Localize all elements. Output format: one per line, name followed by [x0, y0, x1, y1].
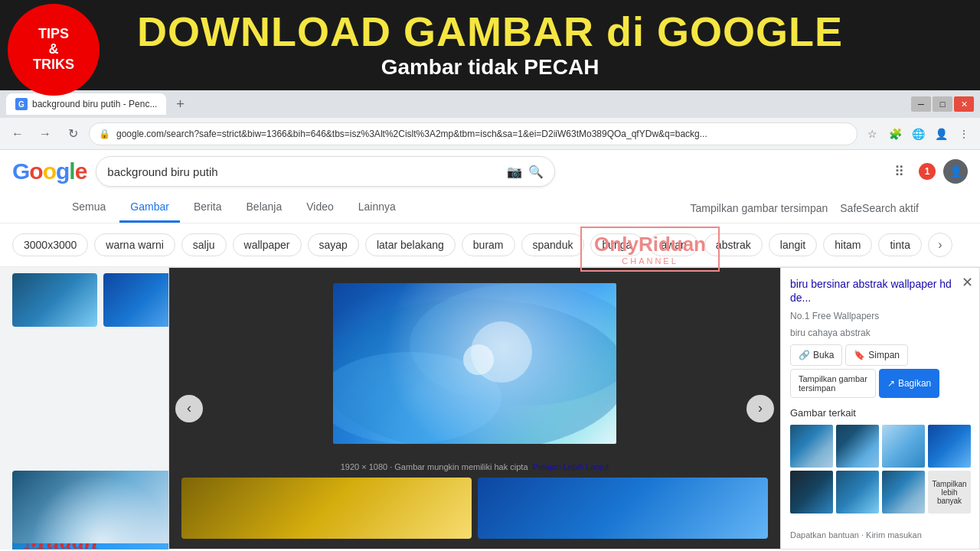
svg-point-1	[410, 283, 616, 406]
address-text: google.com/search?safe=strict&biw=1366&b…	[116, 129, 848, 139]
globe-icon[interactable]: 🌐	[908, 124, 928, 144]
maximize-button[interactable]: □	[933, 96, 952, 112]
share-icon: ↗	[887, 378, 895, 389]
saved-images-link[interactable]: Tampilkan gambar tersimpan	[691, 202, 828, 214]
chip-langit[interactable]: langit	[769, 233, 817, 256]
chip-latar[interactable]: latar belakang	[365, 233, 456, 256]
google-logo: Google	[12, 158, 87, 184]
menu-icon[interactable]: ⋮	[954, 124, 974, 144]
save-button[interactable]: 🔖 Simpan	[845, 344, 908, 366]
open-label: Buka	[813, 350, 834, 360]
overlay-close-button[interactable]: ✕	[962, 274, 973, 291]
google-header: Google background biru putih 📷 🔍 OnlyRid…	[0, 150, 980, 193]
browser-window: G background biru putih - Penc... + ─ □ …	[0, 90, 980, 551]
browser-titlebar: G background biru putih - Penc... + ─ □ …	[0, 90, 980, 118]
tab-label: background biru putih - Penc...	[32, 99, 157, 109]
camera-search-icon[interactable]: 📷	[507, 165, 522, 179]
share-button[interactable]: ↗ Bagikan	[879, 369, 939, 398]
browser-tab[interactable]: G background biru putih - Penc...	[6, 93, 166, 115]
related-label: Gambar terkait	[790, 407, 970, 419]
avatar[interactable]: 👤	[943, 159, 968, 184]
nav-right: Tampilkan gambar tersimpan SafeSearch ak…	[691, 202, 919, 214]
tab-gambar[interactable]: Gambar	[119, 193, 180, 223]
tab-belanja[interactable]: Belanja	[236, 193, 293, 223]
tab-lainnya[interactable]: Lainnya	[348, 193, 407, 223]
browser-toolbar: ← → ↻ 🔒 google.com/search?safe=strict&bi…	[0, 118, 980, 150]
chip-spanduk[interactable]: spanduk	[521, 233, 585, 256]
tab-berita[interactable]: Berita	[183, 193, 233, 223]
chip-sayap[interactable]: sayap	[308, 233, 359, 256]
extensions-icon[interactable]: 🧩	[885, 124, 905, 144]
search-icon[interactable]: 🔍	[528, 165, 544, 179]
related-grid: Tampilkan lebih banyak	[790, 425, 970, 514]
chip-3000[interactable]: 3000x3000	[12, 233, 88, 256]
overlay-image-section: ‹	[169, 268, 780, 549]
tab-semua[interactable]: Semua	[61, 193, 116, 223]
youtube-header: DOWNLOAD GAMBAR di GOOGLE Gambar tidak P…	[0, 0, 980, 90]
apps-icon[interactable]: ⠿	[887, 159, 911, 184]
related-thumb-5[interactable]	[790, 471, 833, 514]
overlay-info-section: ✕ biru bersinar abstrak wallpaper hd de.…	[780, 268, 979, 549]
chip-hitam[interactable]: hitam	[823, 233, 872, 256]
main-title: DOWNLOAD GAMBAR di GOOGLE	[137, 11, 843, 52]
chip-wallpaper[interactable]: wallpaper	[233, 233, 302, 256]
watermark-brand: OnlyRiduan	[594, 233, 706, 256]
svg-point-3	[471, 321, 532, 383]
overlay-actions: 🔗 Buka 🔖 Simpan Tampilkan gambartersimpa…	[790, 344, 970, 398]
search-nav-tabs: Semua Gambar Berita Belanja Video Lainny…	[0, 193, 980, 223]
title-block: DOWNLOAD GAMBAR di GOOGLE Gambar tidak P…	[137, 11, 843, 80]
close-button[interactable]: ✕	[954, 96, 974, 112]
tab-video[interactable]: Video	[296, 193, 345, 223]
chip-tinta[interactable]: tinta	[878, 233, 921, 256]
svg-point-4	[463, 344, 494, 375]
related-thumb-2[interactable]	[836, 425, 879, 468]
new-tab-button[interactable]: +	[169, 93, 191, 115]
overlay-prev-button[interactable]: ‹	[175, 395, 203, 422]
left-thumbnails: & Mudah Cepat	[12, 273, 188, 543]
minimize-button[interactable]: ─	[911, 96, 931, 112]
chip-buram[interactable]: buram	[462, 233, 515, 256]
help-link[interactable]: Dapatkan bantuan · Kirim masukan	[790, 530, 970, 540]
bookmark-icon[interactable]: ☆	[862, 124, 882, 144]
safesearch-toggle[interactable]: SafeSearch aktif	[840, 202, 919, 214]
profile-icon[interactable]: 👤	[931, 124, 951, 144]
thumb-blue-circle[interactable]	[12, 273, 97, 327]
notification-badge[interactable]: 1	[919, 163, 936, 180]
thumb-snow[interactable]	[12, 471, 188, 543]
watermark: OnlyRiduan CHANNEL	[580, 227, 720, 272]
save-label: Simpan	[868, 350, 900, 360]
back-button[interactable]: ←	[6, 122, 29, 145]
open-button[interactable]: 🔗 Buka	[790, 344, 842, 366]
learn-more-link[interactable]: Pelajari Lebih Lanjut	[533, 462, 609, 471]
thumb-gold[interactable]	[181, 478, 472, 539]
related-thumb-7[interactable]	[882, 471, 925, 514]
show-saved-label: Tampilkan gambartersimpan	[799, 374, 867, 393]
forward-button[interactable]: →	[34, 122, 57, 145]
filter-chips: 3000x3000 warna warni salju wallpaper sa…	[0, 223, 980, 267]
overlay-next-button[interactable]: ›	[746, 395, 774, 422]
save-icon: 🔖	[854, 350, 865, 360]
chip-warna[interactable]: warna warni	[94, 233, 175, 256]
overlay-caption: 1920 × 1080 · Gambar mungkin memiliki ha…	[341, 459, 609, 478]
chip-salju[interactable]: salju	[181, 233, 227, 256]
secure-icon: 🔒	[99, 129, 110, 139]
open-icon: 🔗	[799, 350, 810, 360]
overlay-main-image	[333, 283, 616, 444]
refresh-button[interactable]: ↻	[61, 122, 84, 145]
related-thumb-1[interactable]	[790, 425, 833, 468]
related-thumb-3[interactable]	[882, 425, 925, 468]
tips-text: TIPS&TRIKS	[33, 27, 74, 72]
watermark-channel: CHANNEL	[594, 256, 706, 266]
thumb-blue-bottom[interactable]	[478, 478, 768, 539]
see-more-button[interactable]: Tampilkan lebih banyak	[928, 471, 971, 514]
related-thumb-6[interactable]	[836, 471, 879, 514]
svg-point-2	[333, 352, 501, 444]
show-saved-button[interactable]: Tampilkan gambartersimpan	[790, 369, 876, 398]
image-area: & Mudah Cepat ‹	[0, 267, 980, 549]
toolbar-icons: ☆ 🧩 🌐 👤 ⋮	[862, 124, 974, 144]
related-thumb-4[interactable]	[928, 425, 971, 468]
chips-next-button[interactable]: ›	[928, 233, 952, 257]
share-label: Bagikan	[898, 378, 931, 389]
address-bar[interactable]: 🔒 google.com/search?safe=strict&biw=1366…	[89, 122, 858, 145]
search-bar[interactable]: background biru putih 📷 🔍	[96, 156, 555, 187]
